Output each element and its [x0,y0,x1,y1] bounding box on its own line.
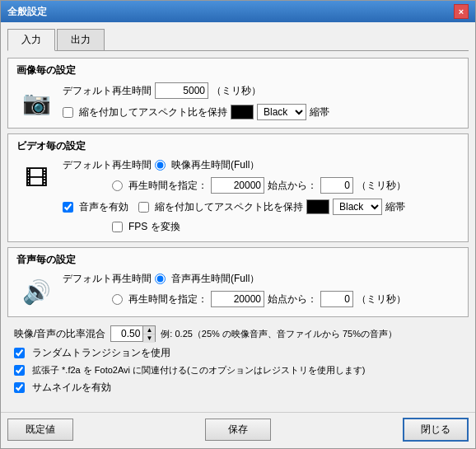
image-form-rows: デフォルト再生時間 （ミリ秒） 縮を付加してアスペクト比を保持 Black 縮帯 [63,82,460,123]
ext-row: 拡張子 *.f2a を Foto2Avi に関連付ける(このオプションはレジスト… [14,364,462,377]
tab-bar: 入力 出力 [7,29,469,51]
audio-time-unit: （ミリ秒） [357,292,406,306]
video-time-full-label: 映像再生時間(Full） [171,158,259,172]
ext-label: 拡張子 *.f2a を Foto2Avi に関連付ける(このオプションはレジスト… [32,364,365,377]
video-aspect-checkbox[interactable] [138,202,149,213]
image-section: 画像毎の設定 📷 デフォルト再生時間 （ミリ秒） 縮を付加してアスペ [7,58,469,129]
thumbnail-row: サムネイルを有効 [14,381,462,395]
audio-time-full-label: 音声再生時間(Full） [171,272,259,286]
tab-output[interactable]: 出力 [57,29,105,50]
video-time-specify-radio[interactable] [112,180,123,191]
video-form-rows: デフォルト再生時間 映像再生時間(Full） 再生時間を指定： 始点から： （ミ… [63,158,460,236]
video-obi-label: 縮帯 [385,200,405,214]
random-row: ランダムトランジションを使用 [14,346,462,360]
audio-time-label-row: デフォルト再生時間 音声再生時間(Full） [63,272,460,286]
video-start-input[interactable] [320,177,353,194]
image-time-row: デフォルト再生時間 （ミリ秒） [63,82,460,99]
random-label: ランダムトランジションを使用 [32,346,170,360]
video-icon: 🎞 [25,165,48,192]
video-audio-row: 音声を有効 縮を付加してアスペクト比を保持 Black 縮帯 [63,199,460,215]
thumbnail-checkbox[interactable] [14,382,25,393]
audio-time-full-radio[interactable] [155,274,166,284]
title-bar: 全般設定 × [1,1,475,22]
video-icon-box: 🎞 [16,158,56,198]
audio-time-label: デフォルト再生時間 [63,272,152,286]
video-fps-checkbox[interactable] [112,222,123,232]
bottom-bar: 既定値 保存 閉じる [1,412,475,448]
video-start-label: 始点から： [268,179,317,193]
video-section-body: 🎞 デフォルト再生時間 映像再生時間(Full） 再生時間を指定： [16,158,460,236]
misc-section: 映像/音声の比率混合 ▲ ▼ 例: 0.25（25% の映像音声、音ファイルから… [7,322,469,400]
video-audio-checkbox[interactable] [63,202,73,213]
image-aspect-row: 縮を付加してアスペクト比を保持 Black 縮帯 [63,104,460,120]
video-time-specify-input[interactable] [211,177,264,194]
video-color-swatch [306,199,329,214]
image-color-swatch [231,105,254,119]
ratio-down-arrow[interactable]: ▼ [143,334,155,343]
image-color-dropdown[interactable]: Black [257,104,306,120]
main-content: 入力 出力 画像毎の設定 📷 デフォルト再生時間 （ミリ秒） [1,22,475,409]
image-time-unit: （ミリ秒） [212,84,261,98]
audio-section: 音声毎の設定 🔊 デフォルト再生時間 音声再生時間(Full） [7,247,469,317]
audio-start-label: 始点から： [268,292,317,306]
default-button[interactable]: 既定値 [7,419,73,441]
audio-start-input[interactable] [320,291,353,307]
ratio-row: 映像/音声の比率混合 ▲ ▼ 例: 0.25（25% の映像音声、音ファイルから… [14,325,462,342]
audio-time-specify-row: 再生時間を指定： 始点から： （ミリ秒） [63,291,460,307]
close-button[interactable]: 閉じる [403,418,469,442]
audio-section-body: 🔊 デフォルト再生時間 音声再生時間(Full） 再生時間を指定： [16,272,460,311]
save-button[interactable]: 保存 [205,419,271,441]
audio-form-rows: デフォルト再生時間 音声再生時間(Full） 再生時間を指定： 始点から： （ミ… [63,272,460,310]
video-time-specify-label: 再生時間を指定： [128,179,208,193]
image-aspect-checkbox[interactable] [63,107,73,118]
image-aspect-label: 縮を付加してアスペクト比を保持 [79,105,227,119]
video-time-label: デフォルト再生時間 [63,158,152,172]
image-icon-box: 📷 [16,82,56,122]
audio-time-specify-label: 再生時間を指定： [128,292,208,306]
video-section-title: ビデオ毎の設定 [16,139,460,153]
video-time-unit: （ミリ秒） [357,179,406,193]
image-icon: 📷 [22,89,51,116]
image-section-title: 画像毎の設定 [16,63,460,77]
video-time-specify-row: 再生時間を指定： 始点から： （ミリ秒） [63,177,460,194]
ratio-label: 映像/音声の比率混合 [14,327,105,341]
video-time-label-row: デフォルト再生時間 映像再生時間(Full） [63,158,460,172]
thumbnail-label: サムネイルを有効 [32,381,111,395]
main-window: 全般設定 × 入力 出力 画像毎の設定 📷 デフォルト再生時間 [0,0,476,449]
ratio-input-wrapper: ▲ ▼ [110,325,156,342]
random-checkbox[interactable] [14,348,25,358]
ratio-up-arrow[interactable]: ▲ [143,326,155,334]
video-color-dropdown[interactable]: Black [333,199,382,215]
video-fps-label: FPS を変換 [128,220,180,234]
audio-time-specify-input[interactable] [211,291,264,307]
ext-checkbox[interactable] [14,365,25,376]
audio-icon: 🔊 [22,278,51,306]
sections-container: 画像毎の設定 📷 デフォルト再生時間 （ミリ秒） 縮を付加してアスペ [7,58,469,402]
ratio-spinner[interactable]: ▲ ▼ [143,325,156,342]
audio-time-specify-radio[interactable] [112,294,123,305]
video-aspect-label: 縮を付加してアスペクト比を保持 [155,200,303,214]
image-obi-label: 縮帯 [310,105,329,119]
video-section: ビデオ毎の設定 🎞 デフォルト再生時間 映像再生時間(Full） [7,133,469,242]
tab-input[interactable]: 入力 [7,29,55,51]
ratio-example: 例: 0.25（25% の映像音声、音ファイルから 75%の音声） [161,328,397,340]
image-time-input[interactable] [155,82,208,99]
video-time-full-radio[interactable] [155,160,166,171]
video-fps-row: FPS を変換 [63,220,460,234]
window-title: 全般設定 [7,5,47,19]
audio-section-title: 音声毎の設定 [16,253,460,267]
image-time-label: デフォルト再生時間 [63,84,152,98]
video-audio-label: 音声を有効 [79,200,128,214]
image-section-body: 📷 デフォルト再生時間 （ミリ秒） 縮を付加してアスペクト比を保持 [16,82,460,123]
window-close-button[interactable]: × [454,4,469,19]
ratio-input[interactable] [110,325,143,342]
audio-icon-box: 🔊 [16,272,56,311]
